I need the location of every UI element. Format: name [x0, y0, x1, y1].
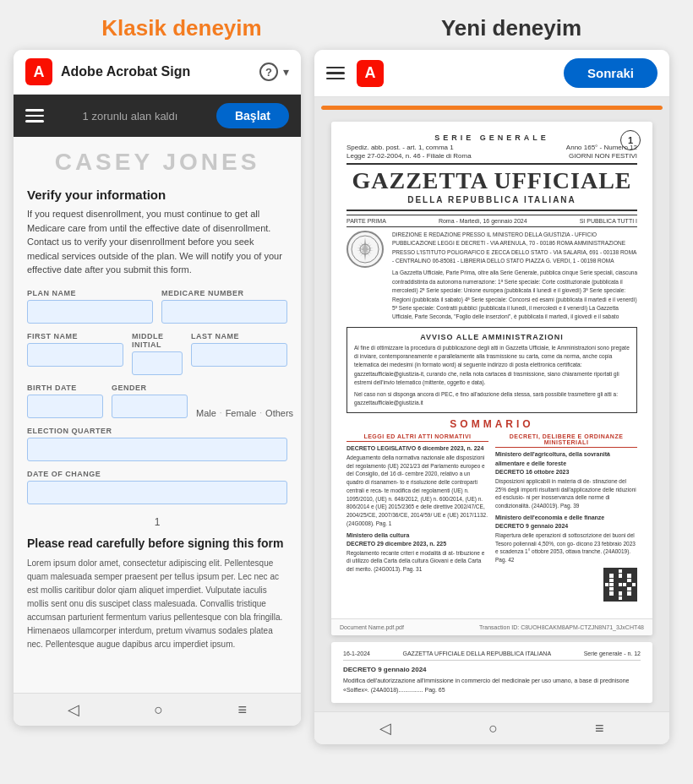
- date-of-change-section: DATE OF CHANGE: [27, 470, 287, 504]
- election-label: ELECTION Quarter: [27, 427, 287, 435]
- left-toolbar: 1 zorunlu alan kaldı Başlat: [14, 95, 301, 137]
- first-name-label: FIRST NAME: [27, 332, 123, 340]
- last-name-label: LAST NAME: [191, 332, 287, 340]
- right-home-nav-icon[interactable]: ○: [488, 720, 498, 738]
- avviso-box: AVVISO ALLE AMMINISTRAZIONI Al fine di o…: [346, 327, 637, 414]
- start-button[interactable]: Başlat: [216, 103, 289, 128]
- sommario-left-item-2: Ministero della cultura DECRETO 29 dicem…: [346, 531, 488, 574]
- anno-line-1: Spediz. abb. post. - art. 1, comma 1 Ann…: [346, 144, 637, 151]
- col-right-item1-title: Ministero dell'agricoltura, della sovran…: [495, 450, 637, 468]
- date-of-change-input[interactable]: [27, 481, 287, 504]
- page2-footer-right: Serie generale - n. 12: [584, 651, 641, 656]
- gender-field: GENDER: [112, 384, 188, 418]
- birth-date-field: BIRTH DATE: [27, 384, 103, 418]
- name-row: FIRST NAME MIDDLE INITIAL LAST NAME: [27, 332, 287, 375]
- home-nav-icon[interactable]: ○: [154, 701, 163, 719]
- dropdown-arrow[interactable]: ▾: [283, 65, 289, 79]
- app-title: Adobe Acrobat Sign: [61, 64, 190, 79]
- birth-gender-row: BIRTH DATE GENDER Male · Female · Others: [27, 384, 287, 418]
- first-name-input[interactable]: [27, 343, 123, 367]
- page2-inner: 16-1-2024 GAZZETTA UFFICIALE DELLA REPUB…: [331, 642, 652, 703]
- header-right[interactable]: ? ▾: [259, 63, 289, 81]
- gender-input[interactable]: [112, 395, 188, 418]
- logo-area: A Adobe Acrobat Sign: [25, 58, 190, 85]
- col-right-item2-title: Ministero dell'economia e delle finanze: [495, 514, 637, 523]
- gender-others[interactable]: Others: [265, 408, 293, 418]
- new-experience-panel: A Sonraki 1 SERIE GENERALE Spediz. abb. …: [314, 50, 669, 744]
- birth-date-input[interactable]: [27, 395, 103, 418]
- last-name-input[interactable]: [191, 343, 287, 367]
- plan-name-label: PLAN NAME: [27, 289, 153, 297]
- anno-left2: Legge 27-02-2004, n. 46 - Filiale di Rom…: [346, 152, 472, 160]
- qr-code: [603, 568, 637, 602]
- gender-male[interactable]: Male: [196, 408, 216, 418]
- page-number-badge: 1: [620, 130, 641, 150]
- page2-footer-left: GAZZETTA UFFICIALE DELLA REPUBBLICA ITAL…: [403, 651, 552, 656]
- right-hamburger-icon[interactable]: [326, 67, 345, 80]
- avviso-text-1: Al fine di ottimizzare la procedura di p…: [354, 344, 630, 388]
- sommario-title: SOMMARIO: [346, 418, 637, 430]
- document-page-1: 1 SERIE GENERALE Spediz. abb. post. - ar…: [331, 122, 652, 635]
- help-icon[interactable]: ?: [259, 63, 278, 81]
- plan-name-field: PLAN NAME: [27, 289, 153, 324]
- avviso-title: AVVISO ALLE AMMINISTRAZIONI: [354, 333, 630, 341]
- sommario-columns: LEGGI ED ALTRI ATTI NORMATIVI DECRETO LE…: [346, 433, 637, 602]
- gazzetta-note: La Gazzetta Ufficiale, Parte Prima, oltr…: [392, 269, 637, 321]
- back-nav-icon[interactable]: ◁: [68, 700, 79, 719]
- please-read-section: Please read carefully before signing thi…: [27, 536, 287, 651]
- address-text-area: DIREZIONE E REDAZIONE PRESSO IL MINISTER…: [392, 231, 637, 322]
- parte-prima: PARTE PRIMA: [346, 218, 386, 224]
- emblem-area: DIREZIONE E REDAZIONE PRESSO IL MINISTER…: [346, 231, 637, 322]
- medicare-number-input[interactable]: [161, 300, 287, 324]
- anno-left: Spediz. abb. post. - art. 1, comma 1: [346, 144, 454, 151]
- sommario-left-col: LEGGI ED ALTRI ATTI NORMATIVI DECRETO LE…: [346, 433, 488, 602]
- address-text: DIREZIONE E REDAZIONE PRESSO IL MINISTER…: [392, 231, 637, 266]
- gazzetta-subtitle: DELLA REPUBBLICA ITALIANA: [346, 195, 637, 204]
- col-right-item1-text: Disposizioni applicabili in materia di d…: [495, 477, 637, 510]
- watermark-text: CASEY JONES: [27, 149, 287, 176]
- gender-label: GENDER: [112, 384, 188, 392]
- right-header: A Sonraki: [314, 50, 669, 97]
- birth-date-label: BIRTH DATE: [27, 384, 103, 392]
- hamburger-menu-icon[interactable]: [25, 109, 44, 122]
- date-of-change-label: DATE OF CHANGE: [27, 470, 287, 478]
- page2-decree-text: Modifica dell'autorizzazione all'immissi…: [343, 676, 641, 694]
- page-number-left: 1: [27, 516, 287, 528]
- anno-line-2: Legge 27-02-2004, n. 46 - Filiale di Rom…: [346, 152, 637, 160]
- right-menu-nav-icon[interactable]: ≡: [595, 720, 604, 738]
- plan-medicare-row: PLAN NAME MEDICARE NUMBER: [27, 289, 287, 324]
- col-right-item2-text: Riapertura delle operazioni di sottoscri…: [495, 531, 637, 564]
- col-left-item2-subtitle: DECRETO 29 dicembre 2023, n. 225: [346, 540, 488, 549]
- classic-experience-label: Klasik deneyim: [17, 15, 346, 41]
- sommario-right-item-2: Ministero dell'economia e delle finanze …: [495, 514, 637, 564]
- col-right-item1-subtitle: DECRETO 16 ottobre 2023: [495, 468, 637, 477]
- menu-nav-icon[interactable]: ≡: [237, 701, 247, 719]
- progress-bar-container: [321, 106, 663, 110]
- right-header-left: A: [326, 60, 384, 87]
- classic-panel: A Adobe Acrobat Sign ? ▾ 1 zorunlu alan …: [14, 50, 301, 726]
- gender-female[interactable]: Female: [226, 408, 257, 418]
- election-input[interactable]: [27, 438, 287, 461]
- qr-area: [495, 568, 637, 602]
- last-name-field: LAST NAME: [191, 332, 287, 375]
- anno-right2: GIORNI NON FESTIVI: [569, 152, 637, 160]
- col-left-item1-title: DECRETO LEGISLATIVO 6 dicembre 2023, n. …: [346, 444, 488, 454]
- verify-section: Verify your information If you request d…: [27, 188, 287, 504]
- page2-decree-title: DECRETO 9 gennaio 2024: [343, 666, 641, 673]
- gazzetta-title: GAZZETTA UFFICIALE: [346, 168, 637, 194]
- col-left-item1-text: Adeguamento della normativa nazionale al…: [346, 454, 488, 528]
- gender-options: Male · Female · Others: [196, 398, 293, 418]
- sommario-left-title: LEGGI ED ALTRI ATTI NORMATIVI: [346, 433, 488, 442]
- document-page-2: 16-1-2024 GAZZETTA UFFICIALE DELLA REPUB…: [331, 642, 652, 703]
- medicare-number-label: MEDICARE NUMBER: [161, 289, 287, 297]
- next-button[interactable]: Sonraki: [564, 58, 658, 88]
- right-adobe-icon: A: [357, 60, 384, 87]
- middle-initial-input[interactable]: [132, 351, 183, 375]
- right-back-nav-icon[interactable]: ◁: [379, 719, 391, 738]
- plan-name-input[interactable]: [27, 300, 153, 324]
- verify-text: If you request disenrollment, you must c…: [27, 207, 287, 277]
- col-left-item2-text: Regolamento recante criteri e modalità d…: [346, 549, 488, 574]
- adobe-icon: A: [25, 58, 52, 85]
- sommario-right-title: DECRETI, DELIBERE E ORDINANZE MINISTERIA…: [495, 433, 637, 448]
- verify-title: Verify your information: [27, 188, 287, 202]
